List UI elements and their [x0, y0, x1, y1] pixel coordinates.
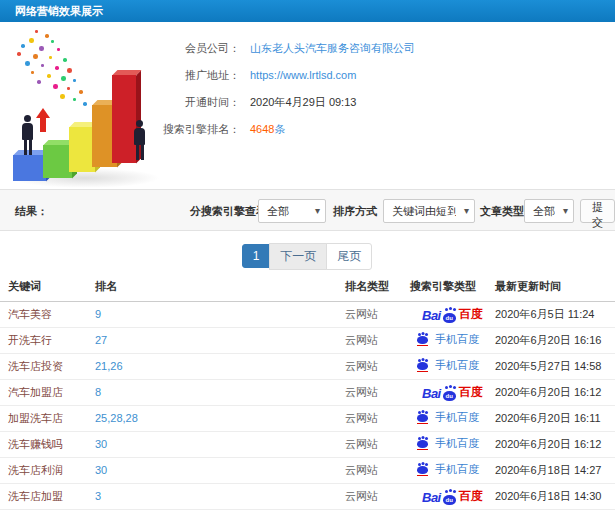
engine-cell: Baidu百度 手机百度	[410, 405, 495, 431]
keyword-cell: 加盟洗车店	[0, 405, 95, 431]
rank-link[interactable]: 8	[95, 386, 101, 398]
ranking-table: 关键词 排名 排名类型 搜索引擎类型 最新更新时间 汽车美容 9 云网站 Bai…	[0, 273, 615, 510]
rank-cell: 3	[95, 483, 345, 509]
table-row: 汽车美容 9 云网站 Baidu百度 手机百度 2020年6月5日 11:24	[0, 301, 615, 327]
member-company-link[interactable]: 山东老人头汽车服务咨询有限公司	[250, 42, 415, 54]
table-row: 洗车店投资 21,26 云网站 Baidu百度 手机百度 2020年5月27日 …	[0, 353, 615, 379]
table-row: 洗车店利润 30 云网站 Baidu百度 手机百度 2020年6月18日 14:…	[0, 457, 615, 483]
rank-cell: 25,28,28	[95, 405, 345, 431]
page-1-button[interactable]: 1	[242, 244, 271, 268]
keyword-cell: 洗车店加盟	[0, 483, 95, 509]
col-keyword: 关键词	[0, 273, 95, 301]
engine-cell: Baidu百度 手机百度	[410, 431, 495, 457]
baidu-paw-icon: du	[442, 386, 458, 401]
engine-cell: Baidu百度 手机百度	[410, 483, 495, 509]
rank-cell: 27	[95, 327, 345, 353]
engine-cell: Baidu百度 手机百度	[410, 301, 495, 327]
mobile-baidu-paw-icon	[416, 359, 430, 372]
keyword-cell: 洗车店利润	[0, 457, 95, 483]
baidu-logo: Baidu百度	[422, 306, 483, 323]
engine-filter-label: 分搜索引擎查看	[190, 199, 267, 223]
rank-link[interactable]: 30	[95, 438, 107, 450]
result-label: 结果：	[15, 199, 48, 223]
mobile-baidu-paw-icon	[416, 463, 430, 476]
rank-count: 4648	[250, 123, 274, 135]
baidu-logo: Baidu百度	[422, 488, 483, 505]
col-engine-type: 搜索引擎类型	[410, 273, 495, 301]
rank-link[interactable]: 30	[95, 464, 107, 476]
keyword-cell: 汽车加盟店	[0, 379, 95, 405]
rank-link[interactable]: 25,28,28	[95, 412, 138, 424]
keyword-cell: 汽车美容	[0, 301, 95, 327]
rank-unit: 条	[274, 123, 285, 135]
baidu-paw-icon: du	[442, 490, 458, 505]
mobile-baidu-logo: 手机百度	[416, 410, 479, 425]
engine-cell: Baidu百度 手机百度	[410, 353, 495, 379]
rank-link[interactable]: 9	[95, 308, 101, 320]
sort-select-wrap: 关键词由短到长排序	[383, 199, 475, 223]
keyword-cell: 洗车赚钱吗	[0, 431, 95, 457]
engine-filter-select[interactable]: 全部	[258, 199, 326, 223]
sort-select[interactable]: 关键词由短到长排序	[383, 199, 475, 223]
bar-red	[112, 75, 136, 163]
rank-type-cell: 云网站	[345, 405, 410, 431]
rank-link[interactable]: 27	[95, 334, 107, 346]
rank-cell: 9	[95, 301, 345, 327]
sort-label: 排序方式	[333, 199, 377, 223]
rank-cell: 21,26	[95, 353, 345, 379]
updated-cell: 2020年6月20日 16:12	[495, 379, 615, 405]
rank-cell: 30	[95, 431, 345, 457]
rank-type-cell: 云网站	[345, 379, 410, 405]
updated-cell: 2020年5月27日 14:58	[495, 353, 615, 379]
col-rank: 排名	[95, 273, 345, 301]
updated-cell: 2020年6月20日 16:12	[495, 431, 615, 457]
app-header: 网络营销效果展示	[0, 0, 615, 22]
rank-type-cell: 云网站	[345, 457, 410, 483]
engine-cell: Baidu百度 手机百度	[410, 327, 495, 353]
next-page-button[interactable]: 下一页	[269, 243, 327, 270]
rank-type-cell: 云网站	[345, 327, 410, 353]
article-type-label: 文章类型	[480, 199, 524, 223]
open-time-row: 开通时间：2020年4月29日 09:13	[0, 94, 356, 110]
col-rank-type: 排名类型	[345, 273, 410, 301]
engine-cell: Baidu百度 手机百度	[410, 379, 495, 405]
mobile-baidu-logo: 手机百度	[416, 462, 479, 477]
updated-cell: 2020年6月18日 14:27	[495, 457, 615, 483]
table-header-row: 关键词 排名 排名类型 搜索引擎类型 最新更新时间	[0, 273, 615, 301]
filter-bar: 结果： 分搜索引擎查看 全部 排序方式 关键词由短到长排序 文章类型 全部 提交	[0, 190, 615, 231]
account-info-section: 会员公司：山东老人头汽车服务咨询有限公司 推广地址：https://www.lr…	[0, 22, 615, 190]
member-company-label: 会员公司：	[0, 40, 240, 56]
bar-blue	[13, 155, 46, 181]
engine-rank-row: 搜索引擎排名：4648条	[0, 121, 285, 137]
promo-url-link[interactable]: https://www.lrtlsd.com	[250, 69, 356, 81]
page-title: 网络营销效果展示	[15, 5, 103, 17]
ranking-table-body: 汽车美容 9 云网站 Baidu百度 手机百度 2020年6月5日 11:24 …	[0, 301, 615, 509]
keyword-cell: 洗车店投资	[0, 353, 95, 379]
table-row: 加盟洗车店 25,28,28 云网站 Baidu百度 手机百度 2020年6月2…	[0, 405, 615, 431]
table-row: 洗车店加盟 3 云网站 Baidu百度 手机百度 2020年6月18日 14:3…	[0, 483, 615, 509]
rank-type-cell: 云网站	[345, 431, 410, 457]
submit-button[interactable]: 提交	[580, 199, 615, 223]
bar-green	[43, 145, 72, 178]
rank-cell: 30	[95, 457, 345, 483]
article-type-select[interactable]: 全部	[524, 199, 574, 223]
engine-filter-select-wrap: 全部	[258, 199, 326, 223]
open-time-label: 开通时间：	[0, 94, 240, 110]
rank-link[interactable]: 21,26	[95, 360, 123, 372]
table-row: 汽车加盟店 8 云网站 Baidu百度 手机百度 2020年6月20日 16:1…	[0, 379, 615, 405]
pagination: 1下一页尾页	[0, 231, 615, 267]
rank-type-cell: 云网站	[345, 483, 410, 509]
engine-rank-label: 搜索引擎排名：	[0, 121, 240, 137]
table-row: 开洗车行 27 云网站 Baidu百度 手机百度 2020年6月20日 16:1…	[0, 327, 615, 353]
updated-cell: 2020年6月20日 16:16	[495, 327, 615, 353]
updated-cell: 2020年6月5日 11:24	[495, 301, 615, 327]
rank-link[interactable]: 3	[95, 490, 101, 502]
mobile-baidu-paw-icon	[416, 411, 430, 424]
member-company-row: 会员公司：山东老人头汽车服务咨询有限公司	[0, 40, 415, 56]
last-page-button[interactable]: 尾页	[326, 243, 372, 270]
rank-type-cell: 云网站	[345, 301, 410, 327]
promo-url-label: 推广地址：	[0, 67, 240, 83]
open-time-value: 2020年4月29日 09:13	[250, 96, 356, 108]
baidu-logo: Baidu百度	[422, 384, 483, 401]
mobile-baidu-paw-icon	[416, 333, 430, 346]
